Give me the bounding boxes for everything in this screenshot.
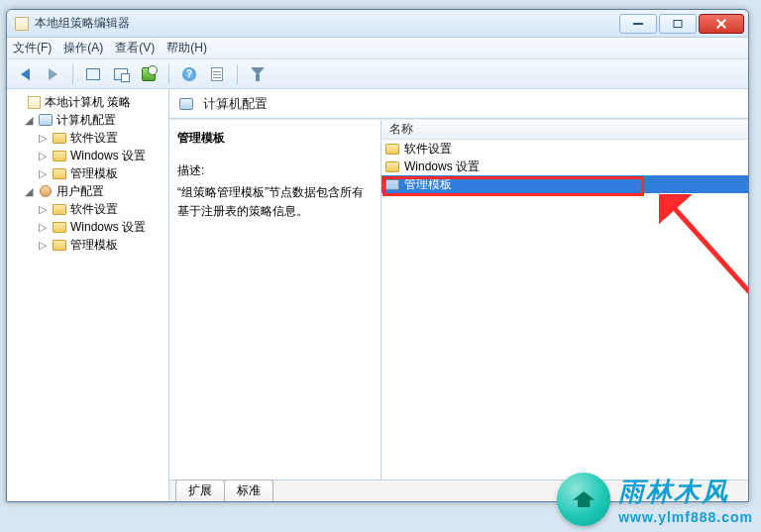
list-body[interactable]: 软件设置 Windows 设置 管理模板 <box>381 140 748 479</box>
folder-icon <box>53 204 66 215</box>
app-icon <box>15 17 29 31</box>
folder-icon <box>385 144 399 155</box>
menu-file[interactable]: 文件(F) <box>13 40 52 56</box>
list-item[interactable]: Windows 设置 <box>381 158 748 175</box>
tree-user-config[interactable]: ◢ 用户配置 <box>9 182 166 200</box>
right-pane: 计算机配置 管理模板 描述: “组策略管理模板”节点数据包含所有基于注册表的策略… <box>169 89 748 501</box>
list-item-selected[interactable]: 管理模板 <box>381 175 748 193</box>
menu-action[interactable]: 操作(A) <box>63 40 103 56</box>
menu-view[interactable]: 查看(V) <box>115 40 155 56</box>
content-area: 本地计算机 策略 ◢ 计算机配置 ▷ 软件设置 ▷ Windows 设置 ▷ 管… <box>7 89 748 501</box>
gpedit-window: 本地组策略编辑器 文件(F) 操作(A) 查看(V) 帮助(H) ? 本地计算机… <box>6 9 749 502</box>
funnel-icon <box>251 67 265 81</box>
user-icon <box>40 185 52 197</box>
tree-computer-config[interactable]: ◢ 计算机配置 <box>9 111 166 129</box>
toolbar-separator <box>72 64 73 84</box>
window-title: 本地组策略编辑器 <box>35 15 617 32</box>
folder-icon <box>53 222 66 233</box>
watermark: 雨林木风 www.ylmf888.com <box>557 473 753 526</box>
help-icon: ? <box>182 67 196 81</box>
folder-icon <box>53 151 66 161</box>
watermark-logo-icon <box>557 473 610 526</box>
export-icon <box>142 67 156 81</box>
description-body: “组策略管理模板”节点数据包含所有基于注册表的策略信息。 <box>177 183 373 221</box>
tree-windows-settings[interactable]: ▷ Windows 设置 <box>9 147 166 164</box>
toolbar-separator <box>168 64 169 84</box>
tree-software-settings[interactable]: ▷ 软件设置 <box>9 129 166 147</box>
detail-header: 计算机配置 <box>169 89 748 119</box>
description-label: 描述: <box>177 162 373 179</box>
close-button[interactable] <box>699 14 744 34</box>
tree-windows-settings[interactable]: ▷ Windows 设置 <box>9 218 166 236</box>
watermark-text: 雨林木风 www.ylmf888.com <box>618 475 753 525</box>
help-button[interactable]: ? <box>177 62 201 86</box>
tree-software-settings[interactable]: ▷ 软件设置 <box>9 200 166 218</box>
properties-icon <box>211 67 223 81</box>
tab-standard[interactable]: 标准 <box>224 479 273 501</box>
arrow-right-icon <box>49 68 57 80</box>
window-controls <box>617 14 744 34</box>
arrow-left-icon <box>21 68 30 80</box>
folder-icon <box>53 133 66 144</box>
forward-button[interactable] <box>41 62 64 86</box>
export-button[interactable] <box>137 62 161 86</box>
up-button[interactable] <box>81 62 105 86</box>
filter-button[interactable] <box>246 62 270 86</box>
tree-admin-templates[interactable]: ▷ 管理模板 <box>9 164 166 182</box>
minimize-button[interactable] <box>619 14 657 34</box>
annotation-arrow <box>659 194 748 472</box>
list-item[interactable]: 软件设置 <box>381 140 748 158</box>
detail-title: 计算机配置 <box>203 95 268 113</box>
svg-line-1 <box>669 202 748 462</box>
tree-view-icon <box>114 68 128 80</box>
folder-icon <box>53 240 66 251</box>
selection-title: 管理模板 <box>177 130 373 147</box>
maximize-button[interactable] <box>659 14 697 34</box>
description-pane: 管理模板 描述: “组策略管理模板”节点数据包含所有基于注册表的策略信息。 <box>169 120 381 479</box>
folder-icon <box>385 161 399 172</box>
properties-button[interactable] <box>205 62 229 86</box>
back-button[interactable] <box>13 62 37 86</box>
tab-extended[interactable]: 扩展 <box>175 479 225 501</box>
show-tree-button[interactable] <box>109 62 133 86</box>
computer-icon <box>39 114 53 126</box>
tree-pane[interactable]: 本地计算机 策略 ◢ 计算机配置 ▷ 软件设置 ▷ Windows 设置 ▷ 管… <box>7 89 169 501</box>
folder-up-icon <box>86 68 100 80</box>
toolbar: ? <box>7 59 748 89</box>
detail-split: 管理模板 描述: “组策略管理模板”节点数据包含所有基于注册表的策略信息。 名称… <box>169 119 748 479</box>
computer-icon <box>179 98 193 110</box>
titlebar[interactable]: 本地组策略编辑器 <box>7 10 748 38</box>
menu-help[interactable]: 帮助(H) <box>166 40 207 56</box>
folder-icon <box>385 179 399 190</box>
column-header-name[interactable]: 名称 <box>381 120 748 140</box>
tree-root[interactable]: 本地计算机 策略 <box>9 93 166 111</box>
policy-icon <box>28 96 41 109</box>
toolbar-separator <box>237 64 238 84</box>
tree-admin-templates[interactable]: ▷ 管理模板 <box>9 236 166 254</box>
list-pane: 名称 软件设置 Windows 设置 管理模板 <box>381 120 748 479</box>
menubar: 文件(F) 操作(A) 查看(V) 帮助(H) <box>7 38 748 59</box>
folder-icon <box>53 168 66 179</box>
